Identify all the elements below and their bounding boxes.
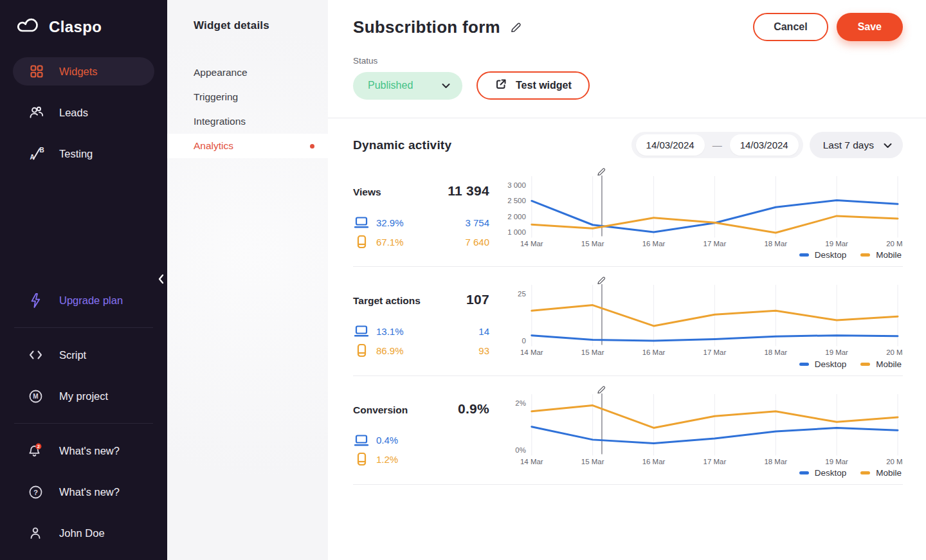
range-preset-value: Last 7 days	[823, 140, 874, 151]
tab-appearance[interactable]: Appearance	[167, 60, 328, 85]
date-separator: —	[713, 140, 722, 150]
svg-text:20 Mar: 20 Mar	[886, 349, 903, 357]
svg-text:17 Mar: 17 Mar	[704, 458, 727, 465]
sidebar-item-testing[interactable]: A B Testing	[13, 140, 154, 168]
desktop-legend-dash	[799, 471, 809, 474]
svg-text:16 Mar: 16 Mar	[642, 240, 666, 248]
svg-text:16 Mar: 16 Mar	[642, 349, 666, 357]
desktop-metric: 0.4%	[353, 432, 489, 449]
code-icon	[27, 349, 44, 361]
svg-text:18 Mar: 18 Mar	[764, 349, 787, 357]
chart-cursor-pencil-icon[interactable]	[598, 168, 605, 175]
sidebar-item-script[interactable]: Script	[13, 341, 154, 369]
svg-text:1 000: 1 000	[507, 228, 526, 236]
chart-cursor-pencil-icon[interactable]	[598, 386, 605, 393]
desktop-metric: 32.9% 3 754	[353, 214, 489, 231]
help-label: What's new?	[59, 486, 120, 498]
phone-icon	[353, 235, 369, 249]
metric-title: Target actions	[353, 295, 421, 307]
target-actions-line-chart[interactable]: 25014 Mar15 Mar16 Mar17 Mar18 Mar19 Mar2…	[501, 276, 903, 357]
metric-total: 0.9%	[458, 401, 489, 417]
sidebar-item-user[interactable]: John Doe	[13, 519, 154, 547]
app-root: Claspo Widgets	[0, 0, 926, 560]
tab-integrations[interactable]: Integrations	[167, 109, 328, 134]
date-from-input[interactable]: 14/03/2024	[636, 134, 705, 156]
sidebar-item-label: Widgets	[59, 66, 98, 78]
metric-title: Conversion	[353, 404, 408, 416]
views-metrics: Views 11 394 32.9% 3 754	[353, 167, 489, 260]
main-content: Subscribtion form Cancel Save Status Pub…	[328, 0, 926, 560]
sidebar-item-label: Testing	[59, 148, 93, 160]
svg-text:18 Mar: 18 Mar	[764, 240, 787, 248]
svg-text:M: M	[33, 393, 38, 400]
svg-text:19 Mar: 19 Mar	[825, 458, 848, 465]
main-sidebar: Claspo Widgets	[0, 0, 167, 560]
widget-nav-list: Appearance Triggering Integrations Analy…	[167, 60, 328, 158]
svg-text:?: ?	[33, 488, 37, 496]
laptop-icon	[353, 216, 369, 229]
metric-total: 107	[466, 292, 489, 307]
status-select[interactable]: Published	[353, 72, 462, 100]
chevron-down-icon	[442, 80, 450, 91]
sidebar-item-widgets[interactable]: Widgets	[13, 57, 154, 86]
mobile-metric: 67.1% 7 640	[353, 233, 489, 250]
date-to-input[interactable]: 14/03/2024	[730, 134, 799, 156]
chevron-down-icon	[884, 140, 892, 151]
svg-text:2 500: 2 500	[507, 197, 526, 204]
sidebar-collapse-chevron-icon[interactable]	[154, 270, 167, 288]
target-actions-row: Target actions 107 13.1% 14	[353, 267, 903, 368]
target-actions-chart: 25014 Mar15 Mar16 Mar17 Mar18 Mar19 Mar2…	[501, 276, 903, 368]
cancel-button[interactable]: Cancel	[753, 13, 828, 41]
svg-text:0%: 0%	[515, 446, 526, 454]
upgrade-plan-label: Upgrade plan	[59, 294, 123, 307]
save-button[interactable]: Save	[837, 13, 903, 41]
desktop-metric: 13.1% 14	[353, 323, 489, 339]
mobile-legend-dash	[860, 363, 870, 366]
mobile-legend-dash	[860, 471, 870, 474]
phone-icon	[353, 452, 369, 467]
metric-title: Views	[353, 186, 381, 198]
range-preset-select[interactable]: Last 7 days	[810, 132, 903, 158]
views-line-chart[interactable]: 3 0002 5002 0001 00014 Mar15 Mar16 Mar17…	[501, 167, 903, 249]
sidebar-item-help[interactable]: ? What's new?	[13, 478, 154, 506]
status-row: Published Test widget	[353, 71, 903, 100]
metric-total: 11 394	[448, 183, 489, 199]
desktop-legend-dash	[799, 363, 809, 366]
chart-legend: Desktop Mobile	[501, 468, 903, 478]
ab-testing-icon: A B	[28, 147, 45, 161]
conversion-chart: 2%0%14 Mar15 Mar16 Mar17 Mar18 Mar19 Mar…	[501, 385, 903, 478]
sidebar-divider	[14, 327, 153, 328]
svg-text:19 Mar: 19 Mar	[825, 240, 848, 248]
analytics-unread-dot	[310, 144, 314, 149]
mobile-metric: 86.9% 93	[353, 342, 489, 359]
svg-text:17 Mar: 17 Mar	[704, 240, 727, 248]
upgrade-plan-button[interactable]: Upgrade plan	[13, 286, 154, 314]
svg-text:0: 0	[522, 338, 525, 345]
brand-logo[interactable]: Claspo	[0, 0, 167, 37]
phone-icon	[353, 343, 369, 358]
test-widget-button[interactable]: Test widget	[477, 71, 590, 100]
tab-analytics[interactable]: Analytics	[167, 134, 328, 158]
tab-triggering[interactable]: Triggering	[167, 85, 328, 109]
svg-text:14 Mar: 14 Mar	[520, 349, 543, 357]
views-chart: 3 0002 5002 0001 00014 Mar15 Mar16 Mar17…	[501, 167, 903, 260]
whats-new-label: What's new?	[59, 445, 120, 457]
sidebar-item-leads[interactable]: Leads	[13, 98, 154, 127]
lightning-icon	[27, 293, 44, 309]
user-person-icon	[27, 526, 44, 540]
chart-cursor-pencil-icon[interactable]	[598, 278, 605, 284]
sidebar-item-my-project[interactable]: M My project	[13, 382, 154, 410]
edit-title-pencil-icon[interactable]	[510, 21, 522, 36]
test-widget-label: Test widget	[516, 80, 572, 91]
svg-text:20 Mar: 20 Mar	[886, 458, 903, 465]
svg-text:15 Mar: 15 Mar	[581, 458, 604, 465]
laptop-icon	[353, 325, 369, 338]
sidebar-bottom: Upgrade plan Script M	[0, 286, 167, 560]
conversion-row: Conversion 0.9% 0.4%	[353, 376, 903, 478]
widgets-grid-icon	[28, 64, 45, 78]
conversion-line-chart[interactable]: 2%0%14 Mar15 Mar16 Mar17 Mar18 Mar19 Mar…	[501, 385, 903, 467]
row-divider	[353, 484, 903, 485]
sidebar-divider	[14, 423, 153, 424]
sidebar-item-whats-new[interactable]: 2 What's new?	[13, 437, 154, 465]
analytics-title: Dynamic activity	[353, 138, 451, 152]
